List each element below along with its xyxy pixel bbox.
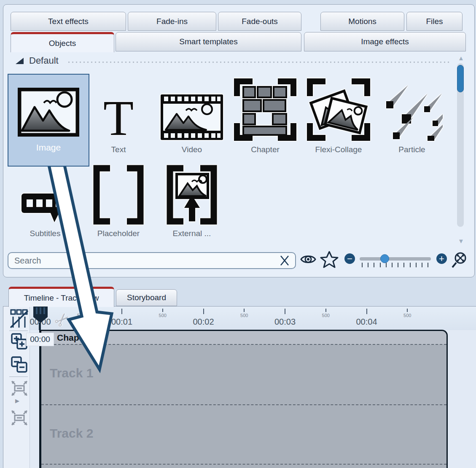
object-tile-label: Text (111, 145, 126, 154)
clear-search-icon[interactable] (279, 255, 290, 266)
playhead[interactable] (33, 307, 48, 317)
tab-files[interactable]: Files (406, 12, 463, 31)
search-box (8, 252, 296, 269)
track-2-label: Track 2 (50, 426, 93, 441)
section-divider (68, 62, 451, 63)
object-tile-label: Particle (398, 145, 425, 154)
object-tile-placeholder[interactable]: Placeholder (83, 162, 154, 238)
object-tile-particle[interactable]: Particle (376, 75, 448, 154)
scrollbar-thumb[interactable] (457, 65, 464, 92)
object-tile-label: Subtitles (30, 229, 61, 238)
zoom-out-button[interactable]: − (344, 253, 355, 264)
object-tile-text[interactable]: T Text (83, 75, 154, 154)
search-input[interactable] (8, 256, 279, 266)
image-icon (18, 88, 79, 137)
minus-icon: − (347, 254, 352, 264)
ruler-mark: 00:04 (348, 309, 386, 327)
playhead-stem (39, 323, 41, 330)
tab-label: Smart templates (179, 37, 237, 46)
slider-ticks (362, 263, 428, 267)
tab-storyboard[interactable]: Storyboard (116, 289, 177, 306)
track-1-label: Track 1 (50, 366, 93, 380)
tab-objects[interactable]: Objects (11, 32, 114, 52)
tab-label: Fade-outs (242, 17, 278, 26)
track-divider (41, 404, 446, 405)
tab-fade-ins[interactable]: Fade-ins (128, 12, 216, 31)
zoom-in-tracks-icon[interactable] (11, 333, 28, 350)
tab-timeline-track-view[interactable]: Timeline - Track view (8, 287, 114, 307)
favorites-star-icon[interactable] (320, 250, 339, 269)
object-tile-subtitles[interactable]: Subtitles (9, 162, 81, 238)
toolbar-separator (9, 331, 28, 331)
object-tile-external[interactable]: External ... (156, 162, 228, 238)
object-tile-label: Image (36, 143, 61, 153)
ruler-mark: 500 (388, 309, 426, 318)
zoom-slider-thumb[interactable] (380, 254, 389, 263)
ruler-mark: 500 (307, 309, 345, 318)
chapter-strip[interactable] (41, 331, 446, 344)
collapse-triangle-icon[interactable] (16, 58, 24, 64)
tab-label: Storyboard (127, 293, 166, 302)
scroll-up-icon[interactable]: ▲ (458, 55, 464, 61)
tab-label: Text effects (48, 17, 89, 26)
video-icon (160, 94, 224, 141)
chapter-label: Chapter (57, 333, 90, 343)
zoom-out-tracks-icon[interactable] (11, 356, 28, 373)
external-image-icon (164, 165, 220, 225)
app-window: Text effects Fade-ins Fade-outs Motions … (0, 0, 476, 468)
tab-fade-outs[interactable]: Fade-outs (218, 12, 301, 31)
ruler-mark: 500 (144, 309, 182, 318)
tab-motions[interactable]: Motions (320, 12, 404, 31)
zoom-in-button[interactable]: + (436, 253, 447, 264)
object-tile-video[interactable]: Video (156, 75, 228, 154)
tab-label: Files (426, 17, 443, 26)
tab-text-effects[interactable]: Text effects (11, 12, 126, 31)
expand-tracks-icon[interactable] (11, 410, 28, 426)
zoom-reset-icon[interactable] (450, 251, 468, 269)
object-tile-chapter[interactable]: Chapter (229, 75, 301, 154)
ruler-mark: 00:03 (266, 309, 304, 327)
object-tile-label: External ... (173, 229, 211, 238)
flexi-collage-icon (307, 78, 370, 141)
tab-label: Image effects (361, 37, 409, 46)
toolbar-separator (9, 377, 28, 377)
tab-smart-templates[interactable]: Smart templates (116, 32, 301, 51)
scroll-down-icon[interactable]: ▼ (458, 238, 464, 244)
tab-label: Fade-ins (156, 17, 188, 26)
particle-icon (381, 78, 443, 141)
visibility-eye-icon[interactable] (300, 253, 316, 265)
subtitles-icon (21, 190, 70, 225)
text-icon: T (103, 96, 134, 141)
tab-label: Motions (348, 17, 376, 26)
object-tile-label: Chapter (251, 145, 280, 154)
ruler-mark: 00:02 (185, 309, 223, 327)
object-tile-image[interactable]: Image (8, 74, 89, 167)
tab-label: Timeline - Track view (24, 293, 99, 303)
collapse-tracks-icon[interactable] (11, 380, 28, 396)
object-tile-label: Video (182, 145, 202, 154)
object-tile-label: Placeholder (97, 229, 140, 238)
thumbnail-zoom-slider[interactable] (360, 257, 431, 261)
chapter-start-time: 00:00 (26, 333, 54, 346)
object-tile-flexi-collage[interactable]: Flexi-Collage (303, 75, 374, 154)
track-divider (41, 464, 446, 465)
section-title: Default (29, 55, 59, 66)
tab-image-effects[interactable]: Image effects (304, 32, 466, 51)
chapter-icon (234, 78, 296, 141)
ruler-mark: 500 (225, 309, 263, 318)
object-tile-label: Flexi-Collage (315, 145, 362, 154)
submenu-triangle-icon[interactable]: ▶ (15, 398, 19, 404)
track-divider (41, 344, 446, 345)
plus-icon: + (439, 254, 444, 264)
track-area[interactable] (39, 330, 448, 468)
ruler-mark: 00:01 (103, 309, 141, 327)
placeholder-icon (91, 165, 146, 225)
tab-label: Objects (49, 39, 76, 48)
